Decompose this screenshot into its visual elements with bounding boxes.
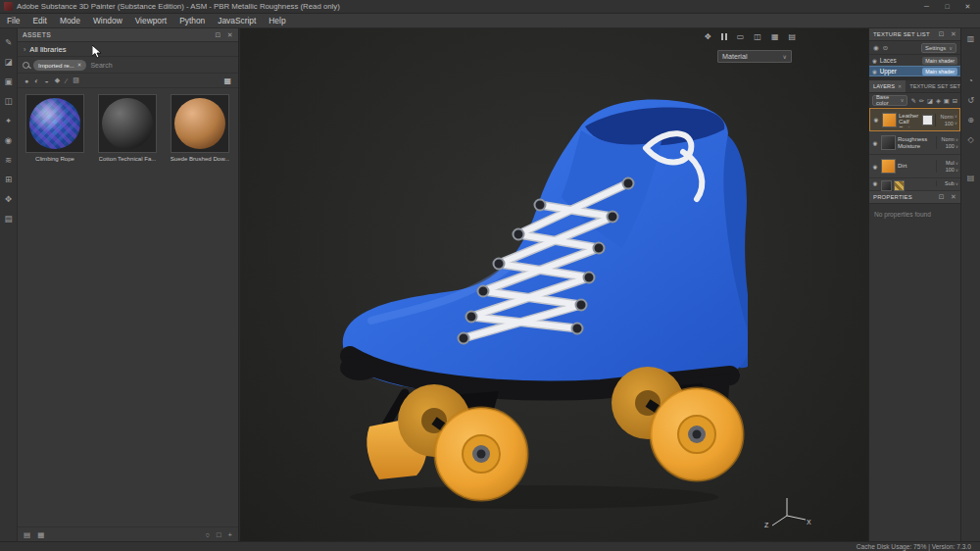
paint-tool-icon[interactable]: ✎ [5, 37, 12, 47]
clone-tool-icon[interactable]: ◉ [5, 135, 12, 145]
log-panel-icon[interactable]: ▤ [967, 174, 975, 182]
import-resources-icon[interactable]: ▤ [24, 530, 30, 539]
minimize-button[interactable]: ─ [918, 3, 935, 10]
grid-view-icon[interactable]: ▦ [223, 76, 231, 85]
maximize-button[interactable]: □ [939, 3, 956, 10]
add-effect-icon[interactable]: ◈ [936, 97, 941, 104]
library-settings-icon[interactable]: ▦ [37, 530, 44, 539]
asset-item[interactable]: Cotton Technical Fa... [94, 94, 161, 162]
menu-edit[interactable]: Edit [33, 16, 47, 25]
filter-smart-materials-icon[interactable]: ◐ [34, 77, 38, 84]
blend-mode-dropdown[interactable]: Mul∨ [946, 160, 958, 166]
layer-row[interactable]: ◉ Roughness Moisture Norm∨ 100∨ [869, 131, 960, 155]
blend-mode-dropdown[interactable]: Sub∨ [945, 180, 958, 186]
viewer-settings-icon[interactable]: ◇ [967, 135, 973, 144]
filter-alphas-icon[interactable]: ◆ [55, 76, 60, 84]
filter-smart-masks-icon[interactable]: ◒ [44, 77, 48, 84]
asset-item[interactable]: Climbing Rope [22, 94, 88, 162]
close-panel-icon[interactable]: ✕ [227, 31, 233, 39]
popout-icon[interactable]: ⊡ [939, 30, 945, 38]
projection-tool-icon[interactable]: ▣ [4, 76, 12, 86]
refresh-icon[interactable]: ○ [205, 530, 210, 539]
eye-icon[interactable]: ◉ [871, 140, 879, 146]
layer-row[interactable]: ◉ Dirt Mul∨ 100∨ [869, 155, 960, 178]
geometry-mask-tool-icon[interactable]: ⊞ [5, 175, 12, 184]
roller-skate-model[interactable] [287, 89, 748, 511]
eye-icon[interactable]: ◉ [871, 164, 879, 170]
search-filter-chip[interactable]: Imported re... ✕ [33, 60, 86, 71]
eye-icon[interactable]: ◉ [872, 69, 877, 75]
filter-textures-icon[interactable]: ▨ [73, 76, 79, 84]
menu-help[interactable]: Help [269, 16, 285, 25]
display-settings-icon[interactable]: ▤ [788, 32, 796, 41]
layer-row[interactable]: ◉ Sub∨ [869, 178, 960, 191]
shader-chip[interactable]: Main shader [922, 57, 957, 65]
layer-thumbnail[interactable] [881, 135, 896, 150]
asset-item[interactable]: Suede Brushed Dow... [167, 94, 233, 162]
display-settings-icon[interactable]: ▥ [967, 34, 975, 43]
layer-mask-thumbnail[interactable] [894, 180, 905, 191]
visibility-icon[interactable]: ◉ [873, 44, 879, 52]
eraser-tool-icon[interactable]: ◪ [4, 57, 12, 67]
eye-icon[interactable]: ◉ [871, 180, 879, 186]
delete-layer-icon[interactable]: ⊟ [953, 97, 957, 104]
menu-file[interactable]: File [7, 16, 21, 25]
history-icon[interactable]: ◔ [968, 76, 973, 85]
libraries-dropdown[interactable]: › All libraries [18, 42, 238, 57]
menu-window[interactable]: Window [93, 16, 122, 25]
camera-icon[interactable]: ▭ [737, 32, 745, 41]
menu-viewport[interactable]: Viewport [135, 16, 167, 25]
add-mask-icon[interactable]: ◪ [927, 97, 933, 104]
layer-mask-thumbnail[interactable] [922, 115, 933, 125]
chip-close-icon[interactable]: ✕ [77, 62, 82, 68]
layer-thumbnail[interactable] [881, 180, 892, 191]
settings-dropdown[interactable]: Settings ∨ [921, 43, 956, 53]
tab-layers[interactable]: LAYERS ✕ [869, 80, 906, 92]
new-folder-icon[interactable]: □ [217, 530, 221, 539]
texture-set-row-laces[interactable]: ◉ Laces Main shader [869, 55, 960, 66]
popout-icon[interactable]: ⊡ [939, 193, 945, 201]
channel-dropdown[interactable]: Base color ∨ [872, 95, 907, 106]
eye-icon[interactable]: ◉ [872, 117, 880, 123]
blend-mode-dropdown[interactable]: Norm∨ [942, 136, 958, 142]
layer-thumbnail[interactable] [882, 113, 897, 127]
stamp-tool-icon[interactable]: ◫ [4, 96, 12, 106]
asset-thumbnail[interactable] [171, 94, 229, 153]
shader-settings-icon[interactable]: ⊕ [967, 116, 974, 125]
smudge-tool-icon[interactable]: ≋ [5, 155, 12, 165]
shader-chip[interactable]: Main shader [922, 68, 957, 75]
axis-gizmo[interactable]: Z X [762, 494, 811, 529]
particles-tool-icon[interactable]: ✦ [5, 116, 12, 125]
close-button[interactable]: ✕ [959, 3, 976, 11]
layer-row[interactable]: ◉ Leather Calf Grain copy 1 Norm∨ 100∨ [869, 108, 960, 131]
export-tool-icon[interactable]: ▤ [4, 214, 12, 224]
blend-mode-dropdown[interactable]: Norm∨ [941, 114, 957, 120]
opacity-control[interactable]: 100∨ [945, 121, 957, 126]
menu-python[interactable]: Python [179, 16, 205, 25]
menu-mode[interactable]: Mode [60, 16, 80, 25]
opacity-control[interactable]: 100∨ [946, 167, 958, 173]
viewport-3d[interactable]: ✥ ▭ ◫ ▦ ▤ Material ∨ [240, 28, 868, 541]
opacity-control[interactable]: 100∨ [946, 143, 958, 149]
close-panel-icon[interactable]: ✕ [951, 30, 956, 38]
add-asset-icon[interactable]: + [228, 530, 232, 539]
split-view-icon[interactable]: ◫ [754, 32, 761, 41]
tab-close-icon[interactable]: ✕ [898, 83, 902, 89]
undo-icon[interactable]: ↺ [967, 96, 974, 105]
close-panel-icon[interactable]: ✕ [951, 193, 956, 201]
assets-search-bar[interactable]: Imported re... ✕ Search [18, 57, 238, 74]
filter-materials-icon[interactable]: ● [24, 77, 28, 84]
asset-thumbnail[interactable] [25, 94, 84, 153]
transform-tool-icon[interactable]: ✥ [5, 194, 12, 204]
render-mode-icon[interactable]: ▦ [771, 32, 779, 41]
pause-engine-icon[interactable] [721, 33, 727, 40]
add-paint-layer-icon[interactable]: ✎ [910, 97, 915, 104]
popout-icon[interactable]: ⊡ [215, 31, 220, 39]
filter-brushes-icon[interactable]: ∕ [66, 77, 67, 84]
eye-icon[interactable]: ◉ [872, 58, 877, 64]
layer-thumbnail[interactable] [881, 159, 896, 174]
menu-javascript[interactable]: JavaScript [218, 16, 256, 25]
add-fill-layer-icon[interactable]: ✏ [919, 97, 924, 104]
gizmo-icon[interactable]: ✥ [705, 32, 711, 41]
texture-set-row-upper[interactable]: ◉ Upper Main shader [869, 66, 960, 76]
